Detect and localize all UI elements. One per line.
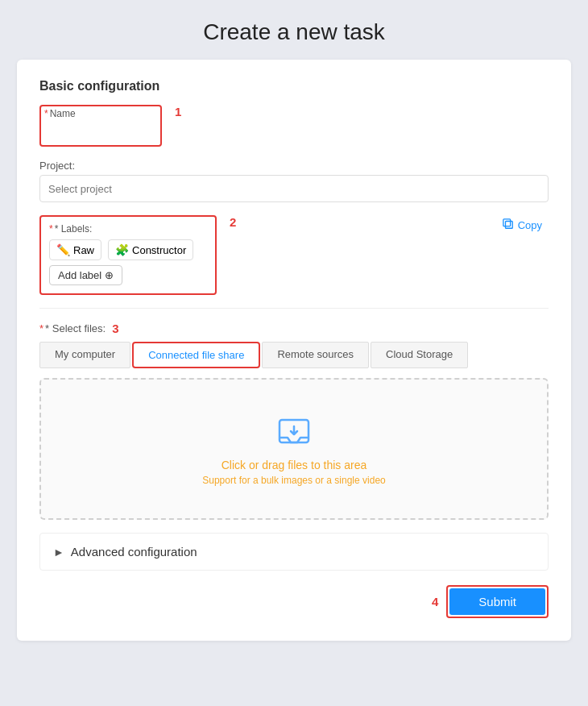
name-field-row: * Name 1 [39, 105, 549, 147]
step-3-number: 3 [112, 322, 118, 335]
name-field-wrapper: * Name [39, 105, 162, 147]
copy-icon [503, 218, 514, 232]
labels-row-inner: * * Labels: ✏️ Raw 🧩 Constructor [39, 215, 549, 298]
copy-button[interactable]: Copy [496, 215, 549, 235]
inbox-icon [275, 412, 313, 451]
tab-my-computer[interactable]: My computer [39, 342, 130, 368]
advanced-section[interactable]: ► Advanced configuration [39, 533, 549, 571]
main-card: Basic configuration * Name 1 Project: * … [17, 60, 571, 641]
project-row: Project: [39, 160, 549, 202]
name-label: * Name [44, 108, 157, 119]
plus-icon: ⊕ [105, 269, 114, 281]
divider-1 [39, 308, 549, 309]
advanced-label: Advanced configuration [71, 545, 197, 559]
file-tabs: My computer Connected file share Remote … [39, 342, 549, 368]
label-tags: ✏️ Raw 🧩 Constructor [49, 239, 207, 260]
tab-remote-sources[interactable]: Remote sources [262, 342, 369, 368]
labels-box: * * Labels: ✏️ Raw 🧩 Constructor [39, 215, 217, 295]
step-4-number: 4 [432, 595, 438, 608]
labels-required-star: * [49, 223, 53, 235]
label-constructor: 🧩 Constructor [108, 239, 193, 260]
drop-area[interactable]: Click or drag files to this area Support… [39, 378, 549, 520]
svg-rect-0 [505, 222, 512, 229]
step-1-number: 1 [175, 105, 181, 118]
bottom-row: 4 Submit [39, 585, 549, 618]
select-files-label: * * Select files: 3 [39, 322, 549, 335]
submit-wrapper: Submit [446, 585, 549, 618]
select-files-section: * * Select files: 3 My computer Connecte… [39, 322, 549, 520]
label-raw: ✏️ Raw [49, 239, 101, 260]
drop-sub-text: Support for a bulk images or a single vi… [57, 475, 531, 486]
submit-button[interactable]: Submit [449, 588, 545, 615]
tab-connected-file-share[interactable]: Connected file share [132, 342, 260, 368]
chevron-right-icon: ► [53, 546, 64, 559]
project-input[interactable] [39, 175, 549, 202]
project-label: Project: [39, 160, 549, 172]
labels-header: * * Labels: [49, 223, 207, 235]
labels-section: * * Labels: ✏️ Raw 🧩 Constructor [39, 215, 217, 298]
raw-icon: ✏️ [56, 243, 70, 256]
add-label-button[interactable]: Add label ⊕ [49, 265, 122, 285]
section-title: Basic configuration [39, 79, 549, 93]
drop-main-text: Click or drag files to this area [57, 459, 531, 471]
svg-rect-1 [503, 219, 511, 226]
labels-row: * * Labels: ✏️ Raw 🧩 Constructor [39, 215, 549, 298]
required-star: * [44, 108, 48, 119]
step-2-number: 2 [230, 215, 236, 229]
tab-cloud-storage[interactable]: Cloud Storage [371, 342, 468, 368]
name-input[interactable] [44, 119, 157, 143]
select-files-required-star: * [39, 322, 43, 334]
constructor-icon: 🧩 [115, 243, 129, 256]
page-title: Create a new task [203, 19, 385, 45]
